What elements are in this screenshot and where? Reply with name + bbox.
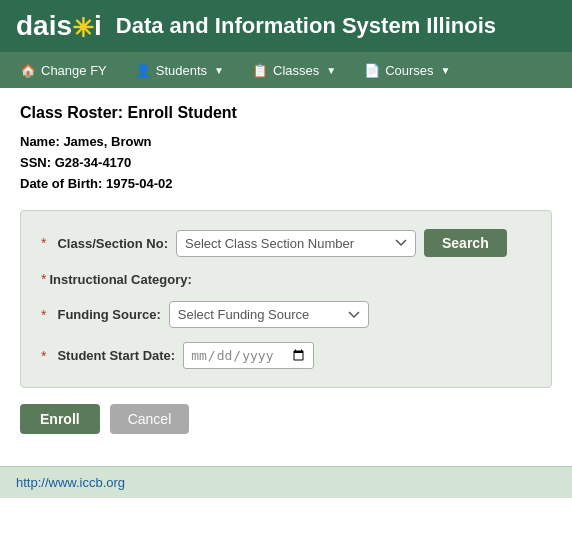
funding-source-required: * [41,307,46,323]
student-info: Name: James, Brown SSN: G28-34-4170 Date… [20,132,552,194]
page-content: Class Roster: Enroll Student Name: James… [0,88,572,466]
nav-classes[interactable]: 📋 Classes ▼ [240,57,348,84]
funding-source-label: Funding Source: [57,307,160,322]
student-dob: Date of Birth: 1975-04-02 [20,174,552,195]
students-dropdown-arrow: ▼ [214,65,224,76]
funding-source-row: * Funding Source: Select Funding Source [41,301,531,328]
classes-dropdown-arrow: ▼ [326,65,336,76]
logo-text: dais [16,10,72,41]
class-section-select[interactable]: Select Class Section Number [176,230,416,257]
page-title: Class Roster: Enroll Student [20,104,552,122]
start-date-row: * Student Start Date: [41,342,531,369]
start-date-required: * [41,348,46,364]
courses-icon: 📄 [364,63,380,78]
nav-students-label: Students [156,63,207,78]
class-section-label: Class/Section No: [57,236,168,251]
app-title: Data and Information System Illinois [116,13,496,39]
instructional-category-label: Instructional Category: [49,272,191,287]
logo-i: i [94,10,102,41]
enrollment-form: * Class/Section No: Select Class Section… [20,210,552,388]
class-section-required: * [41,235,46,251]
action-buttons: Enroll Cancel [20,404,552,434]
nav-change-fy[interactable]: 🏠 Change FY [8,57,119,84]
logo: dais✳i [16,10,102,42]
start-date-label: Student Start Date: [57,348,175,363]
nav-students[interactable]: 👤 Students ▼ [123,57,236,84]
enroll-button[interactable]: Enroll [20,404,100,434]
instructional-category-row: * Instructional Category: [41,271,531,287]
student-icon: 👤 [135,63,151,78]
app-header: dais✳i Data and Information System Illin… [0,0,572,52]
class-section-row: * Class/Section No: Select Class Section… [41,229,531,257]
nav-courses-label: Courses [385,63,433,78]
logo-star: ✳ [72,15,94,41]
start-date-input[interactable] [183,342,314,369]
nav-change-fy-label: Change FY [41,63,107,78]
home-icon: 🏠 [20,63,36,78]
courses-dropdown-arrow: ▼ [441,65,451,76]
footer-link[interactable]: http://www.iccb.org [16,475,125,490]
search-button[interactable]: Search [424,229,507,257]
cancel-button[interactable]: Cancel [110,404,190,434]
classes-icon: 📋 [252,63,268,78]
footer-bar: http://www.iccb.org [0,466,572,498]
nav-classes-label: Classes [273,63,319,78]
nav-courses[interactable]: 📄 Courses ▼ [352,57,462,84]
student-name: Name: James, Brown [20,132,552,153]
funding-source-select[interactable]: Select Funding Source [169,301,369,328]
instructional-category-required: * [41,271,46,287]
student-ssn: SSN: G28-34-4170 [20,153,552,174]
main-navbar: 🏠 Change FY 👤 Students ▼ 📋 Classes ▼ 📄 C… [0,52,572,88]
